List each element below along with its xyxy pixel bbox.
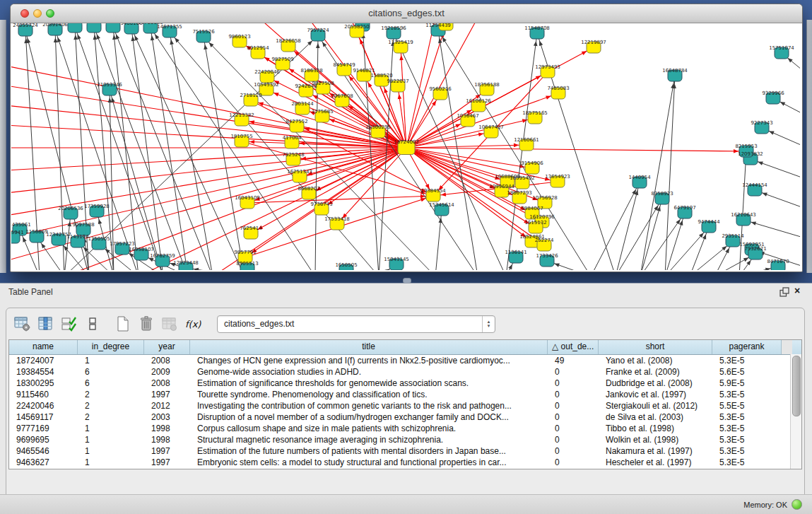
status-bar: Memory: OK bbox=[0, 494, 812, 514]
edge-arrowhead bbox=[194, 268, 199, 270]
node-label: 9242848 bbox=[295, 83, 317, 89]
node-table: namein_degreeyeartitle△ out_de...shortpa… bbox=[8, 339, 802, 469]
table-scrollbar[interactable] bbox=[790, 354, 801, 469]
edge-arrowhead bbox=[23, 237, 26, 243]
cell-in_degree: 2 bbox=[78, 411, 144, 423]
cell-name: 19384554 bbox=[9, 366, 78, 378]
table-row[interactable]: 1872400712008Changes of HCN gene express… bbox=[9, 355, 801, 366]
close-panel-icon[interactable]: × bbox=[794, 285, 800, 296]
network-canvas[interactable]: 2405572420891406112538411065524715278027… bbox=[11, 23, 800, 270]
column-header-short[interactable]: short bbox=[599, 340, 712, 354]
table-header-row: namein_degreeyeartitle△ out_de...shortpa… bbox=[9, 340, 801, 355]
table-row[interactable]: 969969511998Structural magnetic resonanc… bbox=[9, 434, 801, 445]
network-edge bbox=[113, 27, 139, 270]
node-label: 9860123 bbox=[228, 34, 250, 40]
node-label: 1145194 bbox=[66, 234, 89, 240]
edge-arrowhead bbox=[385, 269, 390, 270]
column-visibility-icon[interactable] bbox=[37, 315, 55, 333]
node-label: 1350505 bbox=[88, 236, 110, 242]
node-label: 417004 bbox=[283, 135, 302, 141]
node-label: 8905513 bbox=[236, 261, 258, 267]
cell-name: 9465546 bbox=[9, 445, 78, 457]
cell-year: 2008 bbox=[144, 378, 190, 389]
edge-arrowhead bbox=[368, 82, 372, 87]
cell-in_degree: 2 bbox=[78, 400, 144, 411]
node-label: 8215953 bbox=[735, 144, 757, 149]
float-panel-icon[interactable] bbox=[779, 287, 789, 297]
cell-out_de: 0 bbox=[548, 400, 599, 411]
network-edge bbox=[151, 28, 188, 270]
column-header-out_de[interactable]: △ out_de... bbox=[548, 340, 599, 354]
cell-pagerank: 5.3E-5 bbox=[712, 355, 782, 366]
edge-arrowhead bbox=[546, 95, 551, 99]
table-row[interactable]: 946554611997Estimation of the future num… bbox=[9, 445, 801, 457]
edge-arrowhead bbox=[135, 35, 139, 41]
delete-table-icon[interactable] bbox=[160, 315, 179, 333]
node-label: 1036467 bbox=[457, 113, 478, 119]
new-table-icon[interactable] bbox=[114, 315, 132, 333]
node-label: 8427552 bbox=[286, 119, 307, 124]
node-label: 1588520 bbox=[370, 73, 392, 78]
network-edge bbox=[751, 159, 800, 179]
select-rows-icon[interactable] bbox=[60, 315, 78, 333]
column-header-name[interactable]: name bbox=[9, 340, 78, 354]
edge-arrowhead bbox=[514, 144, 519, 148]
cell-short: Franke et al. (2009) bbox=[599, 366, 712, 378]
column-header-title[interactable]: title bbox=[190, 340, 548, 354]
node-label: 9736745 bbox=[310, 201, 332, 207]
edge-arrowhead bbox=[73, 35, 78, 40]
network-edge bbox=[401, 47, 406, 148]
function-builder-icon[interactable]: f(x) bbox=[184, 315, 202, 333]
column-header-pagerank[interactable]: pagerank bbox=[712, 340, 782, 354]
edge-arrowhead bbox=[522, 119, 527, 122]
scrollbar-thumb[interactable] bbox=[792, 356, 801, 416]
node-label: 1650505 bbox=[335, 262, 357, 268]
node-label: 3175685 bbox=[311, 109, 333, 115]
cell-title: Estimation of significance thresholds fo… bbox=[190, 378, 548, 389]
edge-arrowhead bbox=[54, 37, 58, 42]
table-row[interactable]: 1456911722003Disruption of a novel membe… bbox=[9, 411, 801, 423]
table-row[interactable]: 977716911998Corpus callosum shape and si… bbox=[9, 423, 801, 434]
table-row[interactable]: 946362711997Embryonic stem cells: a mode… bbox=[9, 457, 801, 468]
edge-arrowhead bbox=[170, 40, 174, 45]
table-selector-dropdown[interactable]: citations_edges.txt▲▼ bbox=[217, 315, 495, 333]
cell-short: Tibbo et al. (1998) bbox=[599, 423, 712, 434]
cell-name: 9699695 bbox=[9, 434, 78, 445]
network-graph[interactable]: 2405572420891406112538411065524715278027… bbox=[11, 23, 800, 270]
cell-pagerank: 5.3E-5 bbox=[712, 389, 782, 400]
node-label: 17957223 bbox=[110, 241, 135, 247]
edge-arrowhead bbox=[534, 41, 538, 46]
delete-column-icon[interactable] bbox=[137, 315, 155, 333]
cell-title: Structural magnetic resonance image aver… bbox=[190, 434, 548, 445]
node-label: 2718120 bbox=[240, 93, 261, 98]
column-header-in_degree[interactable]: in_degree bbox=[78, 340, 144, 354]
column-header-year[interactable]: year bbox=[144, 340, 190, 354]
table-row[interactable]: 911546021997Tourette syndrome. Phenomeno… bbox=[9, 389, 801, 400]
node-label: 16210643 bbox=[731, 212, 756, 218]
node-label: 8471670 bbox=[767, 259, 789, 264]
cell-year: 1997 bbox=[144, 389, 190, 400]
edge-arrowhead bbox=[155, 34, 159, 39]
network-edge bbox=[113, 27, 213, 270]
node-label: 9154906 bbox=[521, 160, 543, 166]
node-label: 24055724 bbox=[13, 23, 38, 28]
cell-year: 2003 bbox=[144, 411, 190, 423]
window-titlebar[interactable]: citations_edges.txt bbox=[11, 4, 802, 23]
node-label: 12973493 bbox=[535, 64, 560, 70]
view-mode-icon[interactable] bbox=[83, 315, 102, 333]
cell-name: 9777169 bbox=[9, 423, 78, 434]
node-label: 9884067 bbox=[521, 206, 543, 211]
table-row[interactable]: 1830029562008Estimation of significance … bbox=[9, 378, 801, 389]
table-settings-icon[interactable] bbox=[13, 315, 32, 333]
memory-status: Memory: OK bbox=[743, 499, 802, 510]
edge-arrowhead bbox=[676, 219, 680, 224]
table-panel-header: Table Panel × bbox=[0, 284, 812, 300]
table-row[interactable]: 1938455462009Genome-wide association stu… bbox=[9, 366, 801, 378]
node-label: 17359928 bbox=[84, 204, 110, 209]
edge-arrowhead bbox=[751, 221, 757, 225]
node-label: 18575165 bbox=[522, 110, 548, 116]
cell-title: Disruption of a novel member of a sodium… bbox=[190, 411, 548, 423]
node-label: 16648784 bbox=[662, 68, 688, 74]
table-row[interactable]: 2242004622012Investigating the contribut… bbox=[9, 400, 801, 411]
network-edge bbox=[591, 182, 640, 270]
